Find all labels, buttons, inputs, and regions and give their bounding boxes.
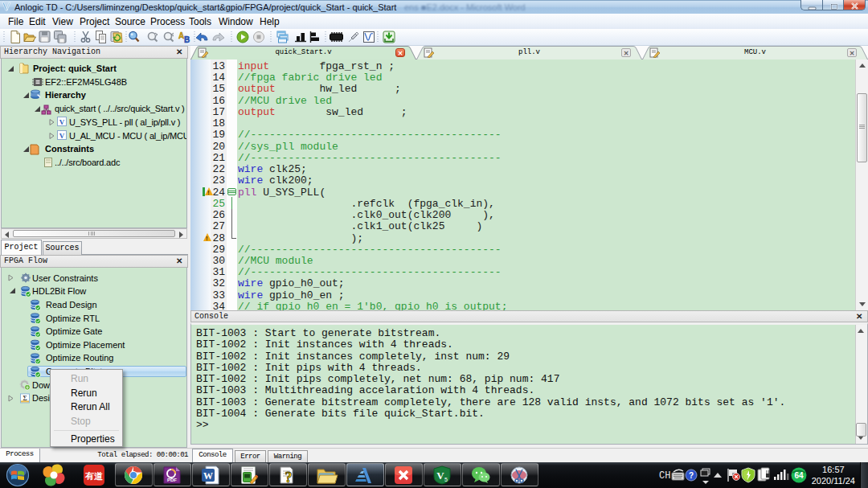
svg-text:?: ? (285, 470, 293, 486)
svg-text:W: W (203, 470, 213, 482)
svg-text:有道: 有道 (84, 471, 104, 481)
svg-text:CH: CH (659, 470, 670, 482)
svg-text:Σ: Σ (23, 395, 27, 402)
svg-text:PDF: PDF (167, 478, 177, 482)
svg-text:V: V (436, 470, 444, 482)
svg-text:B: B (184, 35, 190, 44)
svg-text:5: 5 (444, 477, 448, 482)
svg-text:V: V (59, 132, 65, 140)
svg-text:?: ? (689, 471, 694, 480)
svg-text:64: 64 (794, 471, 804, 480)
svg-text:V: V (59, 118, 65, 126)
